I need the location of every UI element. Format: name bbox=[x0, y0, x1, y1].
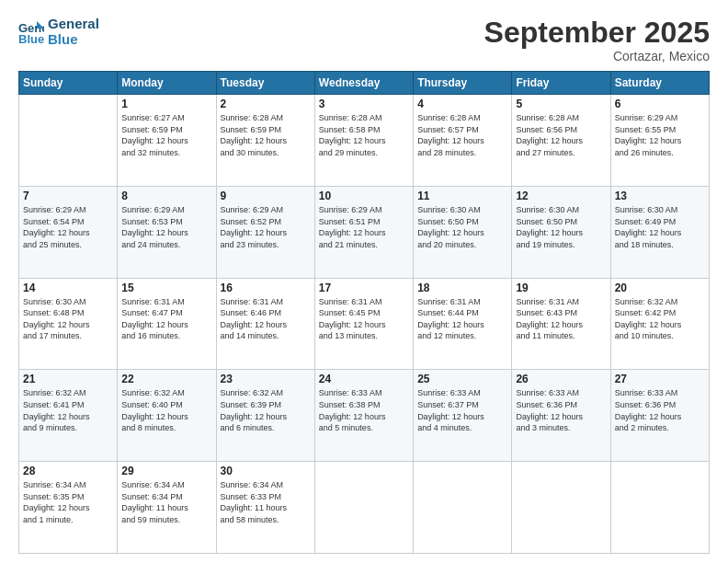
table-row: 25Sunrise: 6:33 AM Sunset: 6:37 PM Dayli… bbox=[414, 370, 512, 462]
day-number: 11 bbox=[417, 190, 507, 202]
location-subtitle: Cortazar, Mexico bbox=[484, 49, 710, 63]
day-number: 26 bbox=[516, 373, 606, 385]
table-row: 4Sunrise: 6:28 AM Sunset: 6:57 PM Daylig… bbox=[414, 95, 512, 187]
day-number: 18 bbox=[417, 282, 507, 294]
day-info: Sunrise: 6:32 AM Sunset: 6:41 PM Dayligh… bbox=[23, 387, 113, 433]
col-saturday: Saturday bbox=[610, 72, 709, 95]
table-row: 6Sunrise: 6:29 AM Sunset: 6:55 PM Daylig… bbox=[610, 95, 709, 187]
table-row: 5Sunrise: 6:28 AM Sunset: 6:56 PM Daylig… bbox=[512, 95, 610, 187]
day-number: 14 bbox=[23, 282, 113, 294]
day-number: 3 bbox=[319, 98, 409, 110]
logo-line1: General bbox=[48, 17, 99, 32]
table-row bbox=[19, 95, 118, 187]
table-row bbox=[610, 462, 709, 554]
day-number: 22 bbox=[121, 373, 211, 385]
table-row bbox=[314, 462, 413, 554]
logo-line2: Blue bbox=[48, 32, 99, 48]
table-row: 23Sunrise: 6:32 AM Sunset: 6:39 PM Dayli… bbox=[216, 370, 314, 462]
day-number: 5 bbox=[516, 98, 606, 110]
table-row: 18Sunrise: 6:31 AM Sunset: 6:44 PM Dayli… bbox=[414, 278, 512, 370]
day-info: Sunrise: 6:32 AM Sunset: 6:40 PM Dayligh… bbox=[121, 387, 211, 433]
day-info: Sunrise: 6:30 AM Sunset: 6:48 PM Dayligh… bbox=[23, 296, 113, 342]
table-row: 11Sunrise: 6:30 AM Sunset: 6:50 PM Dayli… bbox=[414, 186, 512, 278]
table-row: 30Sunrise: 6:34 AM Sunset: 6:33 PM Dayli… bbox=[216, 462, 314, 554]
day-number: 15 bbox=[121, 282, 211, 294]
day-info: Sunrise: 6:29 AM Sunset: 6:51 PM Dayligh… bbox=[319, 204, 409, 250]
table-row: 1Sunrise: 6:27 AM Sunset: 6:59 PM Daylig… bbox=[118, 95, 216, 187]
table-row: 26Sunrise: 6:33 AM Sunset: 6:36 PM Dayli… bbox=[512, 370, 610, 462]
table-row: 16Sunrise: 6:31 AM Sunset: 6:46 PM Dayli… bbox=[216, 278, 314, 370]
table-row: 3Sunrise: 6:28 AM Sunset: 6:58 PM Daylig… bbox=[314, 95, 413, 187]
day-number: 12 bbox=[516, 190, 606, 202]
table-row: 15Sunrise: 6:31 AM Sunset: 6:47 PM Dayli… bbox=[118, 278, 216, 370]
day-info: Sunrise: 6:33 AM Sunset: 6:36 PM Dayligh… bbox=[516, 387, 606, 433]
title-block: September 2025 Cortazar, Mexico bbox=[484, 17, 710, 63]
day-number: 19 bbox=[516, 282, 606, 294]
table-row: 13Sunrise: 6:30 AM Sunset: 6:49 PM Dayli… bbox=[610, 186, 709, 278]
day-number: 21 bbox=[23, 373, 113, 385]
day-info: Sunrise: 6:28 AM Sunset: 6:56 PM Dayligh… bbox=[516, 112, 606, 158]
day-info: Sunrise: 6:27 AM Sunset: 6:59 PM Dayligh… bbox=[121, 112, 211, 158]
day-info: Sunrise: 6:31 AM Sunset: 6:47 PM Dayligh… bbox=[121, 296, 211, 342]
day-number: 25 bbox=[417, 373, 507, 385]
day-info: Sunrise: 6:30 AM Sunset: 6:50 PM Dayligh… bbox=[516, 204, 606, 250]
col-tuesday: Tuesday bbox=[216, 72, 314, 95]
day-number: 16 bbox=[221, 282, 311, 294]
day-info: Sunrise: 6:31 AM Sunset: 6:44 PM Dayligh… bbox=[417, 296, 507, 342]
table-row: 8Sunrise: 6:29 AM Sunset: 6:53 PM Daylig… bbox=[118, 186, 216, 278]
day-info: Sunrise: 6:33 AM Sunset: 6:38 PM Dayligh… bbox=[319, 387, 409, 433]
table-row: 28Sunrise: 6:34 AM Sunset: 6:35 PM Dayli… bbox=[19, 462, 118, 554]
logo: General Blue General Blue bbox=[18, 17, 99, 47]
day-number: 9 bbox=[221, 190, 311, 202]
day-number: 27 bbox=[615, 373, 705, 385]
day-number: 8 bbox=[121, 190, 211, 202]
calendar-week-row: 28Sunrise: 6:34 AM Sunset: 6:35 PM Dayli… bbox=[19, 462, 710, 554]
table-row: 19Sunrise: 6:31 AM Sunset: 6:43 PM Dayli… bbox=[512, 278, 610, 370]
day-number: 2 bbox=[221, 98, 311, 110]
calendar-table: Sunday Monday Tuesday Wednesday Thursday… bbox=[18, 71, 710, 554]
day-number: 17 bbox=[319, 282, 409, 294]
day-number: 4 bbox=[417, 98, 507, 110]
day-info: Sunrise: 6:34 AM Sunset: 6:35 PM Dayligh… bbox=[23, 479, 113, 525]
day-number: 29 bbox=[121, 465, 211, 477]
day-info: Sunrise: 6:28 AM Sunset: 6:59 PM Dayligh… bbox=[221, 112, 311, 158]
day-info: Sunrise: 6:33 AM Sunset: 6:36 PM Dayligh… bbox=[615, 387, 705, 433]
day-number: 1 bbox=[121, 98, 211, 110]
calendar-header-row: Sunday Monday Tuesday Wednesday Thursday… bbox=[19, 72, 710, 95]
day-info: Sunrise: 6:29 AM Sunset: 6:52 PM Dayligh… bbox=[221, 204, 311, 250]
day-info: Sunrise: 6:32 AM Sunset: 6:42 PM Dayligh… bbox=[615, 296, 705, 342]
day-info: Sunrise: 6:28 AM Sunset: 6:58 PM Dayligh… bbox=[319, 112, 409, 158]
table-row: 17Sunrise: 6:31 AM Sunset: 6:45 PM Dayli… bbox=[314, 278, 413, 370]
day-info: Sunrise: 6:29 AM Sunset: 6:53 PM Dayligh… bbox=[121, 204, 211, 250]
table-row: 10Sunrise: 6:29 AM Sunset: 6:51 PM Dayli… bbox=[314, 186, 413, 278]
table-row: 24Sunrise: 6:33 AM Sunset: 6:38 PM Dayli… bbox=[314, 370, 413, 462]
day-info: Sunrise: 6:34 AM Sunset: 6:33 PM Dayligh… bbox=[221, 479, 311, 525]
day-info: Sunrise: 6:30 AM Sunset: 6:49 PM Dayligh… bbox=[615, 204, 705, 250]
calendar-week-row: 7Sunrise: 6:29 AM Sunset: 6:54 PM Daylig… bbox=[19, 186, 710, 278]
table-row: 2Sunrise: 6:28 AM Sunset: 6:59 PM Daylig… bbox=[216, 95, 314, 187]
day-info: Sunrise: 6:31 AM Sunset: 6:43 PM Dayligh… bbox=[516, 296, 606, 342]
header: General Blue General Blue September 2025… bbox=[18, 17, 710, 63]
table-row: 9Sunrise: 6:29 AM Sunset: 6:52 PM Daylig… bbox=[216, 186, 314, 278]
col-sunday: Sunday bbox=[19, 72, 118, 95]
day-number: 23 bbox=[221, 373, 311, 385]
day-number: 24 bbox=[319, 373, 409, 385]
day-info: Sunrise: 6:31 AM Sunset: 6:45 PM Dayligh… bbox=[319, 296, 409, 342]
col-thursday: Thursday bbox=[414, 72, 512, 95]
table-row bbox=[414, 462, 512, 554]
col-monday: Monday bbox=[118, 72, 216, 95]
day-info: Sunrise: 6:28 AM Sunset: 6:57 PM Dayligh… bbox=[417, 112, 507, 158]
month-title: September 2025 bbox=[484, 17, 710, 49]
day-info: Sunrise: 6:31 AM Sunset: 6:46 PM Dayligh… bbox=[221, 296, 311, 342]
day-number: 30 bbox=[221, 465, 311, 477]
table-row: 12Sunrise: 6:30 AM Sunset: 6:50 PM Dayli… bbox=[512, 186, 610, 278]
page: General Blue General Blue September 2025… bbox=[0, 0, 728, 563]
table-row: 7Sunrise: 6:29 AM Sunset: 6:54 PM Daylig… bbox=[19, 186, 118, 278]
calendar-week-row: 14Sunrise: 6:30 AM Sunset: 6:48 PM Dayli… bbox=[19, 278, 710, 370]
day-number: 10 bbox=[319, 190, 409, 202]
logo-icon: General Blue bbox=[18, 19, 44, 45]
day-number: 28 bbox=[23, 465, 113, 477]
calendar-week-row: 1Sunrise: 6:27 AM Sunset: 6:59 PM Daylig… bbox=[19, 95, 710, 187]
col-friday: Friday bbox=[512, 72, 610, 95]
table-row: 22Sunrise: 6:32 AM Sunset: 6:40 PM Dayli… bbox=[118, 370, 216, 462]
